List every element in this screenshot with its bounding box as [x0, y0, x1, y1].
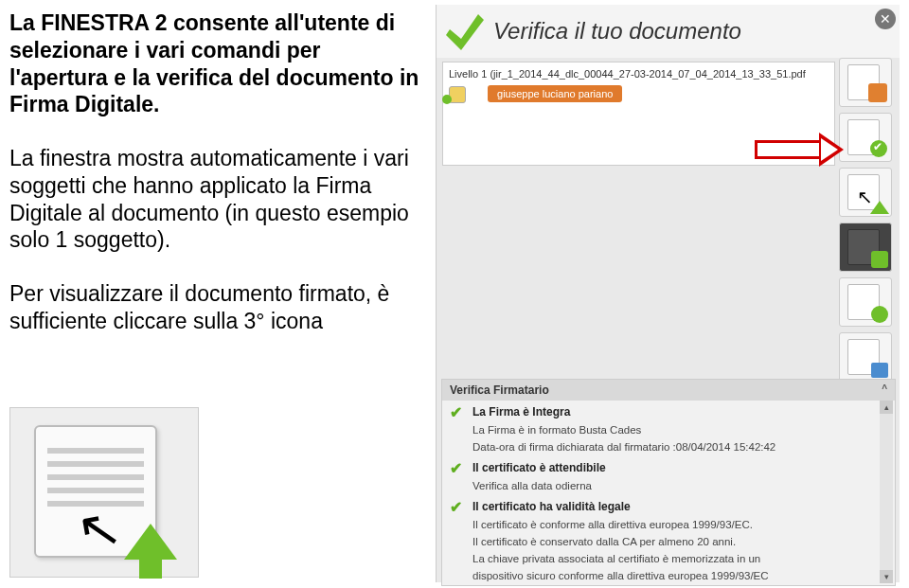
cursor-icon: ↖: [857, 186, 873, 208]
panel-header[interactable]: Verifica Firmatario ^: [442, 380, 895, 401]
paragraph-1: La FINESTRA 2 consente all'utente di sel…: [9, 9, 421, 118]
collapse-icon[interactable]: ^: [882, 383, 887, 397]
close-button[interactable]: ✕: [875, 9, 896, 29]
title-bar: Verifica il tuo documento: [437, 5, 900, 58]
row3-sub1: Il certificato è conforme alla direttiva…: [442, 517, 895, 534]
scroll-down-button[interactable]: ▾: [880, 570, 893, 583]
callout-arrow: [755, 133, 845, 167]
row2-sub1: Verifica alla data odierna: [442, 478, 895, 495]
refresh-icon: [871, 306, 888, 323]
paragraph-2: La finestra mostra automaticamente i var…: [9, 145, 421, 254]
paragraph-2-text: La finestra mostra automaticamente i var…: [9, 146, 409, 252]
side-toolbar: ↖: [839, 58, 894, 382]
scrollbar[interactable]: ▴ ▾: [880, 401, 893, 583]
verify-signer-panel: Verifica Firmatario ^ La Firma è Integra…: [441, 379, 896, 586]
row3-sub2: Il certificato è conservato dalla CA per…: [442, 534, 895, 551]
signer-badge-icon: [449, 86, 466, 103]
row3-sub3: La chiave privata associata al certifiat…: [442, 551, 895, 568]
row1-sub1: La Firma è in formato Busta Cades: [442, 422, 895, 439]
instruction-text-block: La FINESTRA 2 consente all'utente di sel…: [9, 9, 421, 362]
save-arrow-icon: [871, 251, 888, 268]
toolbar-edit-document-button[interactable]: [839, 58, 892, 107]
toolbar-save-button[interactable]: [839, 223, 892, 272]
open-document-illustration: ↖: [9, 407, 199, 578]
check-icon: [450, 405, 465, 420]
folder-icon: [871, 363, 888, 378]
toolbar-refresh-button[interactable]: [839, 277, 892, 327]
row-signature-integrity: La Firma è Integra: [442, 401, 895, 422]
toolbar-verify-document-button[interactable]: [839, 113, 892, 162]
window-title: Verifica il tuo documento: [493, 18, 890, 45]
row1-title: La Firma è Integra: [472, 405, 570, 419]
tree-level-1[interactable]: Livello 1 (jir_1_2014_44_dlc_00044_27-03…: [449, 68, 829, 80]
row3-title: Il certificato ha validità legale: [472, 500, 631, 513]
open-arrow-icon: [870, 201, 889, 214]
upload-arrow-icon: [124, 524, 177, 560]
toolbar-open-document-button[interactable]: ↖: [839, 168, 892, 217]
checkmark-icon: [446, 12, 484, 50]
pencil-icon: [868, 83, 887, 102]
check-icon: [450, 461, 465, 476]
row1-sub2: Data-ora di firma dichiarata dal firmata…: [442, 439, 895, 456]
row-cert-legal: Il certificato ha validità legale: [442, 495, 895, 517]
toolbar-folder-button[interactable]: [839, 332, 892, 382]
paragraph-3: Per visualizzare il documento firmato, è…: [9, 280, 421, 335]
signer-name[interactable]: giuseppe luciano pariano: [488, 85, 622, 102]
check-icon: [450, 500, 465, 515]
row2-title: Il certificato è attendibile: [472, 461, 606, 474]
scroll-up-button[interactable]: ▴: [880, 401, 893, 414]
panel-header-text: Verifica Firmatario: [450, 383, 549, 397]
check-icon: [870, 140, 887, 157]
paragraph-1-text: La FINESTRA 2 consente all'utente di sel…: [9, 10, 419, 116]
row3-sub4: dispositivo sicuro conforme alla diretti…: [442, 568, 895, 585]
paragraph-3-text: Per visualizzare il documento firmato, è…: [9, 281, 389, 333]
row-cert-trusted: Il certificato è attendibile: [442, 456, 895, 478]
